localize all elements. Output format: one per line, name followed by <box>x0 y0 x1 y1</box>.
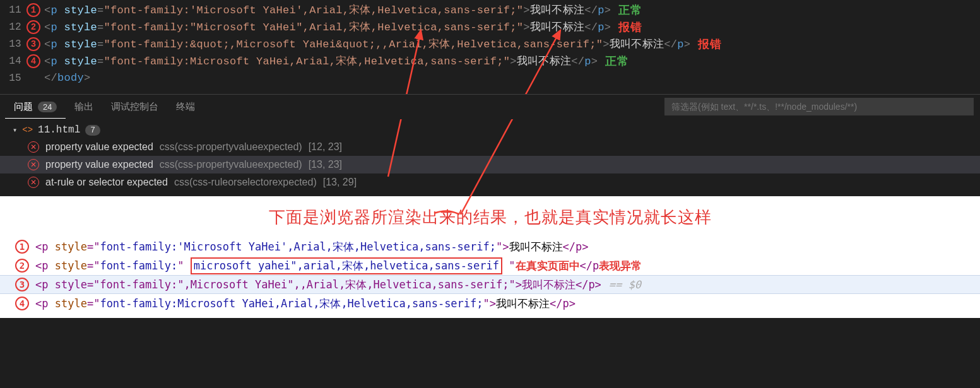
line-marker-circle: 1 <box>15 240 29 254</box>
problem-row[interactable]: ✕property value expectedcss(css-property… <box>0 156 980 173</box>
problem-location: [13, 29] <box>323 177 357 188</box>
code-line[interactable]: 144<p style="font-family:Microsoft YaHei… <box>0 52 980 69</box>
line-marker-circle: 2 <box>15 259 29 273</box>
error-icon: ✕ <box>28 177 39 188</box>
problem-location: [12, 23] <box>309 141 342 153</box>
panel-tabbar: 问题24输出调试控制台终端 <box>0 94 980 119</box>
problems-filter-input[interactable] <box>664 98 974 115</box>
problem-source: css(css-ruleorselectorexpected) <box>174 177 317 188</box>
devtools-selected-indicator: == $0 <box>609 278 641 291</box>
code-content: </body> <box>44 72 91 84</box>
tab-label: 输出 <box>74 101 93 113</box>
code-line[interactable]: 111<p style="font-family:'Microsoft YaHe… <box>0 1 980 18</box>
code-content: <p style="font-family:Microsoft YaHei,Ar… <box>44 54 598 68</box>
line-number: 14 <box>3 56 25 67</box>
browser-line[interactable]: 4<p style="font-family:Microsoft YaHei,A… <box>0 294 980 313</box>
code-line[interactable]: 122<p style="font-family:"Microsoft YaHe… <box>0 18 980 35</box>
code-editor[interactable]: 111<p style="font-family:'Microsoft YaHe… <box>0 0 980 86</box>
panel-tab-终端[interactable]: 终端 <box>167 96 204 119</box>
browser-section-title: 下面是浏览器所渲染出来的结果，也就是真实情况就长这样 <box>0 203 980 237</box>
status-ok-label: 正常 <box>605 54 629 69</box>
browser-line-content: <p style="font-family:",Microsoft YaHei"… <box>35 278 601 292</box>
line-marker-circle: 3 <box>27 37 40 51</box>
browser-render-section: 下面是浏览器所渲染出来的结果，也就是真实情况就长这样 1<p style="fo… <box>0 196 980 318</box>
line-marker-circle: 1 <box>27 3 40 17</box>
panel-tab-输出[interactable]: 输出 <box>66 96 102 119</box>
status-error-label: 报错 <box>618 20 642 35</box>
problems-file-row[interactable]: ▾ <> 11.html 7 <box>0 122 980 138</box>
problem-message: at-rule or selector expected <box>45 177 168 188</box>
tab-label: 终端 <box>176 101 195 113</box>
problem-source: css(css-propertyvalueexpected) <box>160 141 302 153</box>
panel-tab-问题[interactable]: 问题24 <box>5 96 66 119</box>
line-number: 11 <box>3 4 25 16</box>
browser-line[interactable]: 3<p style="font-family:",Microsoft YaHei… <box>0 275 980 294</box>
error-icon: ✕ <box>28 141 39 153</box>
line-marker-circle <box>27 71 40 85</box>
problems-panel: ▾ <> 11.html 7 ✕property value expectedc… <box>0 119 980 196</box>
problem-row[interactable]: ✕property value expectedcss(css-property… <box>0 138 980 156</box>
code-content: <p style="font-family:&quot;,Microsoft Y… <box>44 37 690 51</box>
tab-label: 问题 <box>14 101 33 113</box>
line-number: 12 <box>3 21 25 33</box>
browser-line[interactable]: 1<p style="font-family:'Microsoft YaHei'… <box>0 237 980 256</box>
tab-badge: 24 <box>38 102 57 112</box>
code-line[interactable]: 133<p style="font-family:&quot;,Microsof… <box>0 35 980 52</box>
problem-message: property value expected <box>45 159 153 170</box>
problem-location: [13, 23] <box>309 159 342 170</box>
problem-source: css(css-propertyvalueexpected) <box>160 159 302 170</box>
browser-line-content: <p style="font-family:" microsoft yahei"… <box>35 257 642 274</box>
file-problem-count: 7 <box>85 125 100 136</box>
line-marker-circle: 3 <box>15 278 29 291</box>
problem-message: property value expected <box>45 141 153 153</box>
error-icon: ✕ <box>28 159 39 170</box>
status-error-label: 报错 <box>698 37 721 52</box>
file-name: 11.html <box>38 124 80 136</box>
code-content: <p style="font-family:"Microsoft YaHei",… <box>44 20 611 34</box>
browser-line[interactable]: 2<p style="font-family:" microsoft yahei… <box>0 256 980 275</box>
line-marker-circle: 4 <box>27 54 40 68</box>
status-ok-label: 正常 <box>618 3 642 18</box>
line-number: 15 <box>3 73 25 84</box>
code-line[interactable]: 15</body> <box>0 69 980 86</box>
code-content: <p style="font-family:'Microsoft YaHei',… <box>44 3 611 17</box>
chevron-down-icon: ▾ <box>13 126 17 135</box>
tab-label: 调试控制台 <box>111 101 158 113</box>
line-marker-circle: 4 <box>15 297 29 310</box>
browser-line-content: <p style="font-family:Microsoft YaHei,Ar… <box>35 297 576 311</box>
panel-tab-调试控制台[interactable]: 调试控制台 <box>102 96 167 119</box>
browser-line-content: <p style="font-family:'Microsoft YaHei',… <box>35 240 588 254</box>
line-number: 13 <box>3 38 25 50</box>
html-file-icon: <> <box>22 125 33 135</box>
line-marker-circle: 2 <box>27 20 40 34</box>
problem-row[interactable]: ✕at-rule or selector expectedcss(css-rul… <box>0 173 980 191</box>
